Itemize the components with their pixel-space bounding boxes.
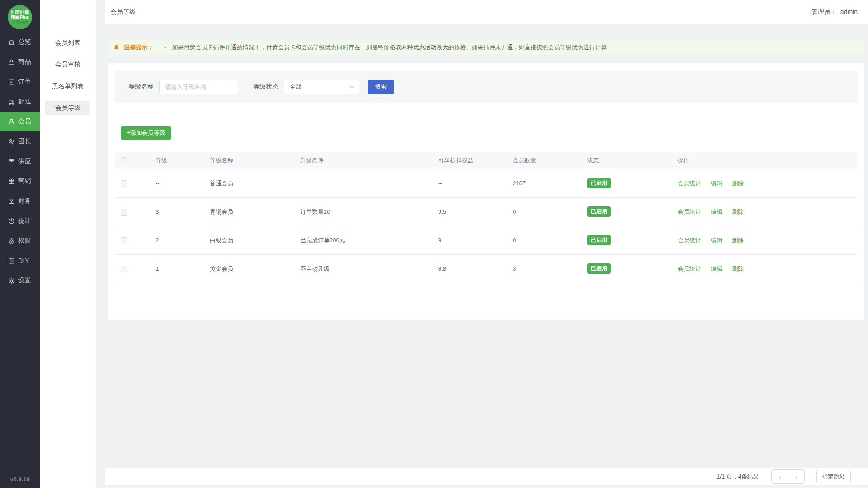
- delete-link[interactable]: 删除: [732, 265, 744, 272]
- marketing-icon: [8, 178, 15, 185]
- sidebar-item-label: 设置: [18, 277, 31, 285]
- cell-level-name: 青铜会员: [203, 197, 294, 226]
- row-checkbox[interactable]: [121, 180, 127, 187]
- edit-link[interactable]: 编辑: [711, 265, 722, 272]
- status-badge: 已启用: [587, 178, 611, 188]
- cell-member-count: 2167: [506, 169, 581, 197]
- main-content: 会员等级 管理员：admin 温馨提示： • 如果付费会员卡插件开通的情况下，付…: [105, 0, 868, 488]
- cell-upgrade-condition: 不自动升级: [294, 254, 432, 283]
- sidebar-item-delivery[interactable]: 配送: [0, 92, 40, 112]
- cell-discount: 8.8: [432, 254, 506, 283]
- jump-to-page-button[interactable]: 指定跳转: [816, 470, 851, 483]
- main-sidebar: 社区社群 团购Plus v2.0新模式 总览 商品 订单 配送 会员 团长: [0, 0, 40, 488]
- sidebar-item-label: 商品: [18, 58, 31, 66]
- col-actions: 操作: [671, 152, 858, 169]
- cell-member-count: 0: [506, 197, 581, 226]
- search-button[interactable]: 搜索: [368, 80, 394, 94]
- member-icon: [8, 118, 15, 126]
- sidebar-item-orders[interactable]: 订单: [0, 72, 40, 92]
- sidebar-item-overview[interactable]: 总览: [0, 32, 40, 52]
- order-icon: [8, 78, 15, 86]
- sidebar-item-leaders[interactable]: 团长: [0, 131, 40, 151]
- content-card: 等级名称 等级状态 全部 搜索 +添加会员等级 等级 等: [108, 63, 864, 320]
- cell-level-name: 黄金会员: [203, 254, 294, 283]
- sidebar-item-permissions[interactable]: 权限: [0, 231, 40, 251]
- submenu-item-blacklist[interactable]: 黑名单列表: [45, 79, 90, 94]
- finance-icon: [8, 197, 15, 205]
- table-row: -- 普通会员 -- 2167 已启用 会员统计编辑删除: [115, 169, 858, 197]
- col-level-name: 等级名称: [203, 152, 294, 169]
- sidebar-item-label: 财务: [18, 197, 31, 205]
- sidebar-item-label: 订单: [18, 78, 31, 86]
- col-member-count: 会员数量: [506, 152, 581, 169]
- table-row: 2 白银会员 已完成订单200元 9 0 已启用 会员统计编辑删除: [115, 226, 858, 254]
- sidebar-item-finance[interactable]: 财务: [0, 191, 40, 211]
- sidebar-item-diy[interactable]: DIY: [0, 251, 40, 271]
- row-checkbox[interactable]: [121, 237, 127, 244]
- level-status-value: 全部: [290, 83, 302, 91]
- pagination-button-group: ‹ ›: [771, 469, 805, 484]
- row-checkbox[interactable]: [121, 266, 127, 272]
- bell-icon: [113, 44, 120, 51]
- level-status-select[interactable]: 全部: [284, 80, 359, 94]
- col-status: 状态: [581, 152, 671, 169]
- sidebar-item-goods[interactable]: 商品: [0, 52, 40, 72]
- sidebar-item-label: 团长: [18, 137, 31, 145]
- cell-level: 1: [149, 254, 203, 283]
- member-stats-link[interactable]: 会员统计: [678, 265, 701, 272]
- diy-icon: [8, 257, 15, 265]
- member-stats-link[interactable]: 会员统计: [678, 208, 701, 215]
- sidebar-item-label: DIY: [18, 257, 29, 264]
- col-discount: 可享折扣权益: [432, 152, 506, 169]
- cell-level: 3: [149, 197, 203, 226]
- sidebar-item-label: 营销: [18, 177, 31, 185]
- cell-upgrade-condition: 已完成订单200元: [294, 226, 432, 254]
- table-header-row: 等级 等级名称 升级条件 可享折扣权益 会员数量 状态 操作: [115, 152, 858, 169]
- sidebar-item-supply[interactable]: 供应: [0, 151, 40, 171]
- chevron-down-icon: [349, 85, 354, 89]
- delete-link[interactable]: 删除: [732, 180, 744, 187]
- submenu-item-member-review[interactable]: 会员审核: [45, 57, 90, 72]
- cell-upgrade-condition: 订单数量10: [294, 197, 432, 226]
- delete-link[interactable]: 删除: [732, 208, 744, 215]
- logo-line1: 社区社群: [11, 10, 29, 15]
- select-all-checkbox[interactable]: [121, 157, 127, 164]
- status-badge: 已启用: [587, 263, 611, 273]
- sidebar-item-marketing[interactable]: 营销: [0, 171, 40, 191]
- notice-alert: 温馨提示： • 如果付费会员卡插件开通的情况下，付费会员卡和会员等级优惠同时存在…: [108, 40, 864, 55]
- submenu-item-member-list[interactable]: 会员列表: [45, 36, 90, 50]
- sidebar-item-members[interactable]: 会员: [0, 112, 40, 131]
- member-level-table: 等级 等级名称 升级条件 可享折扣权益 会员数量 状态 操作 -- 普通会员 -…: [115, 152, 858, 283]
- member-stats-link[interactable]: 会员统计: [678, 180, 701, 187]
- pagination-summary: 1/1 页，4条结果: [717, 473, 759, 481]
- admin-name: admin: [840, 8, 858, 15]
- add-member-level-button[interactable]: +添加会员等级: [121, 126, 171, 140]
- alert-text: 如果付费会员卡插件开通的情况下，付费会员卡和会员等级优惠同时存在，则最终价格取两…: [172, 43, 607, 52]
- app-logo: 社区社群 团购Plus v2.0新模式: [8, 5, 32, 29]
- status-badge: 已启用: [587, 235, 611, 245]
- prev-page-button[interactable]: ‹: [772, 470, 788, 483]
- edit-link[interactable]: 编辑: [711, 208, 722, 215]
- sidebar-item-label: 统计: [18, 217, 31, 225]
- sidebar-item-label: 供应: [18, 157, 31, 165]
- row-checkbox[interactable]: [121, 209, 127, 216]
- cell-level-name: 普通会员: [203, 169, 294, 197]
- sidebar-item-stats[interactable]: 统计: [0, 211, 40, 231]
- col-level: 等级: [149, 152, 203, 169]
- cell-discount: 9.5: [432, 197, 506, 226]
- submenu-item-member-levels[interactable]: 会员等级: [45, 101, 90, 115]
- alert-bullet: •: [164, 44, 166, 51]
- cell-discount: --: [432, 169, 506, 197]
- member-stats-link[interactable]: 会员统计: [678, 237, 701, 244]
- level-name-label: 等级名称: [128, 83, 154, 91]
- edit-link[interactable]: 编辑: [711, 180, 722, 187]
- next-page-button[interactable]: ›: [788, 470, 804, 483]
- level-name-input[interactable]: [159, 80, 238, 94]
- delete-link[interactable]: 删除: [732, 237, 744, 244]
- edit-link[interactable]: 编辑: [711, 237, 722, 244]
- pagination-bar: 1/1 页，4条结果 ‹ › 指定跳转: [105, 468, 868, 485]
- sidebar-item-settings[interactable]: 设置: [0, 271, 40, 291]
- logo-line2: 团购Plus: [10, 15, 29, 20]
- main-nav: 总览 商品 订单 配送 会员 团长 供应 营销: [0, 32, 40, 291]
- sidebar-item-label: 权限: [18, 237, 31, 245]
